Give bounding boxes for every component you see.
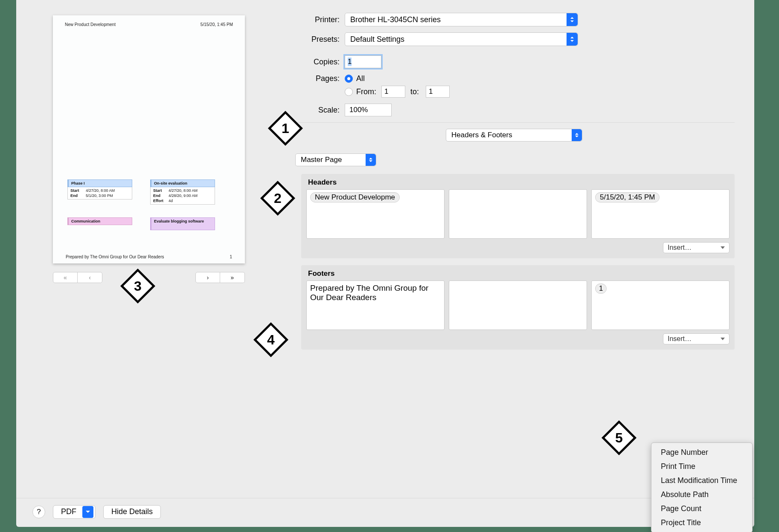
pdf-button[interactable]: PDF bbox=[53, 505, 96, 519]
copies-input[interactable] bbox=[345, 55, 381, 68]
header-left-cell[interactable]: New Product Developme bbox=[306, 189, 445, 239]
preview-footer-right: 1 bbox=[230, 254, 232, 259]
scale-label: Scale: bbox=[294, 106, 345, 115]
preview-header-left: New Product Development bbox=[65, 22, 116, 27]
menu-item-page-number[interactable]: Page Number bbox=[651, 445, 752, 460]
section-select-row: Headers & Footers bbox=[294, 129, 735, 142]
menu-item-page-count[interactable]: Page Count bbox=[651, 502, 752, 516]
pages-label: Pages: bbox=[294, 74, 345, 83]
headers-insert-button[interactable]: Insert… bbox=[663, 242, 730, 253]
headers-footers: Headers New Product Developme 5/15/20, 1… bbox=[301, 174, 735, 350]
pages-all-radio[interactable] bbox=[345, 75, 353, 83]
card-title: Communication bbox=[67, 217, 132, 225]
footer-center-cell[interactable] bbox=[449, 280, 587, 330]
label: Start bbox=[70, 188, 83, 193]
to-label: to: bbox=[410, 87, 419, 96]
label: Effort bbox=[153, 198, 166, 203]
hide-details-button[interactable]: Hide Details bbox=[103, 505, 161, 519]
footer-right-pill: 1 bbox=[595, 283, 607, 294]
first-page-button[interactable]: « bbox=[53, 272, 78, 283]
page-scope-select[interactable]: Master Page bbox=[295, 153, 376, 166]
presets-label: Presets: bbox=[294, 35, 345, 44]
footers-label: Footers bbox=[307, 269, 730, 278]
help-button[interactable]: ? bbox=[32, 506, 45, 518]
pages-range-radio[interactable] bbox=[345, 88, 353, 96]
headers-group: Headers New Product Developme 5/15/20, 1… bbox=[301, 174, 735, 258]
caret-down-icon bbox=[721, 338, 725, 340]
bottom-bar: ? PDF Hide Details Cancel bbox=[16, 498, 754, 515]
separator bbox=[294, 122, 735, 123]
printer-label: Printer: bbox=[294, 15, 345, 24]
to-input[interactable] bbox=[426, 86, 450, 98]
last-page-button[interactable]: » bbox=[220, 272, 245, 283]
header-right-pill: 5/15/20, 1:45 PM bbox=[595, 192, 660, 202]
prev-page-button[interactable]: ‹ bbox=[78, 272, 102, 283]
preview-header: New Product Development 5/15/20, 1:45 PM bbox=[53, 15, 245, 27]
value: 4/28/20, 9:00 AM bbox=[169, 193, 198, 198]
printer-select[interactable]: Brother HL-3045CN series bbox=[345, 13, 578, 26]
print-preview: New Product Development 5/15/20, 1:45 PM… bbox=[53, 15, 245, 263]
label: End bbox=[153, 193, 166, 198]
next-page-button[interactable]: › bbox=[195, 272, 220, 283]
preview-footer-left: Prepared by The Omni Group for Our Dear … bbox=[66, 254, 164, 259]
print-dialog: New Product Development 5/15/20, 1:45 PM… bbox=[16, 0, 754, 527]
value: 4d bbox=[169, 198, 173, 203]
menu-item-last-mod[interactable]: Last Modification Time bbox=[651, 474, 752, 488]
card-title: On-site evaluation bbox=[150, 179, 215, 187]
preview-footer: Prepared by The Omni Group for Our Dear … bbox=[53, 254, 245, 259]
select-arrows-icon bbox=[572, 129, 582, 141]
printer-value: Brother HL-3045CN series bbox=[350, 15, 441, 24]
menu-item-print-time[interactable]: Print Time bbox=[651, 460, 752, 474]
value: 4/27/20, 8:00 AM bbox=[169, 188, 198, 193]
presets-select[interactable]: Default Settings bbox=[345, 32, 578, 46]
presets-value: Default Settings bbox=[350, 35, 404, 44]
header-center-cell[interactable] bbox=[449, 189, 587, 239]
select-arrows-icon bbox=[366, 154, 376, 166]
footer-left-cell[interactable]: Prepared by The Omni Group for Our Dear … bbox=[306, 280, 445, 330]
section-select-value: Headers & Footers bbox=[451, 131, 512, 139]
footer-left-text: Prepared by The Omni Group for Our Dear … bbox=[310, 283, 428, 302]
insert-label: Insert… bbox=[668, 244, 692, 252]
pdf-label: PDF bbox=[61, 507, 76, 516]
card-onsite: On-site evaluation Start4/27/20, 8:00 AM… bbox=[150, 179, 215, 205]
section-select[interactable]: Headers & Footers bbox=[446, 129, 582, 142]
from-input[interactable] bbox=[381, 86, 405, 98]
preview-body: Phase I Start4/27/20, 8:00 AM End5/1/20,… bbox=[67, 179, 230, 243]
insert-label: Insert… bbox=[668, 335, 692, 343]
card-title: Phase I bbox=[67, 179, 132, 187]
footers-group: Footers Prepared by The Omni Group for O… bbox=[301, 265, 735, 350]
card-title: Evaluate blogging software bbox=[150, 217, 215, 230]
label: Start bbox=[153, 188, 166, 193]
print-form: Printer: Brother HL-3045CN series Preset… bbox=[294, 13, 735, 350]
page-scope-value: Master Page bbox=[301, 156, 342, 164]
pages-all-label: All bbox=[356, 74, 365, 83]
menu-item-project-title[interactable]: Project Title bbox=[651, 516, 752, 530]
card-phase: Phase I Start4/27/20, 8:00 AM End5/1/20,… bbox=[67, 179, 132, 205]
footers-insert-button[interactable]: Insert… bbox=[663, 333, 730, 344]
label: End bbox=[70, 193, 83, 198]
hide-details-label: Hide Details bbox=[111, 507, 153, 516]
footer-right-cell[interactable]: 1 bbox=[591, 280, 730, 330]
headers-label: Headers bbox=[307, 178, 730, 187]
copies-label: Copies: bbox=[294, 58, 345, 66]
from-label: From: bbox=[356, 87, 376, 96]
scale-input[interactable] bbox=[345, 104, 392, 116]
caret-down-icon bbox=[721, 246, 725, 249]
preview-header-right: 5/15/20, 1:45 PM bbox=[201, 22, 233, 27]
menu-item-abs-path[interactable]: Absolute Path bbox=[651, 488, 752, 502]
pdf-dropdown-icon bbox=[82, 506, 93, 518]
card-evaluate: Evaluate blogging software bbox=[150, 217, 215, 230]
header-left-pill: New Product Developme bbox=[310, 192, 400, 202]
card-communication: Communication bbox=[67, 217, 132, 230]
select-arrows-icon bbox=[567, 13, 578, 26]
value: 4/27/20, 8:00 AM bbox=[86, 188, 115, 193]
header-right-cell[interactable]: 5/15/20, 1:45 PM bbox=[591, 189, 730, 239]
select-arrows-icon bbox=[567, 33, 578, 46]
value: 5/1/20, 3:00 PM bbox=[86, 193, 113, 198]
insert-menu: Page Number Print Time Last Modification… bbox=[651, 442, 753, 532]
